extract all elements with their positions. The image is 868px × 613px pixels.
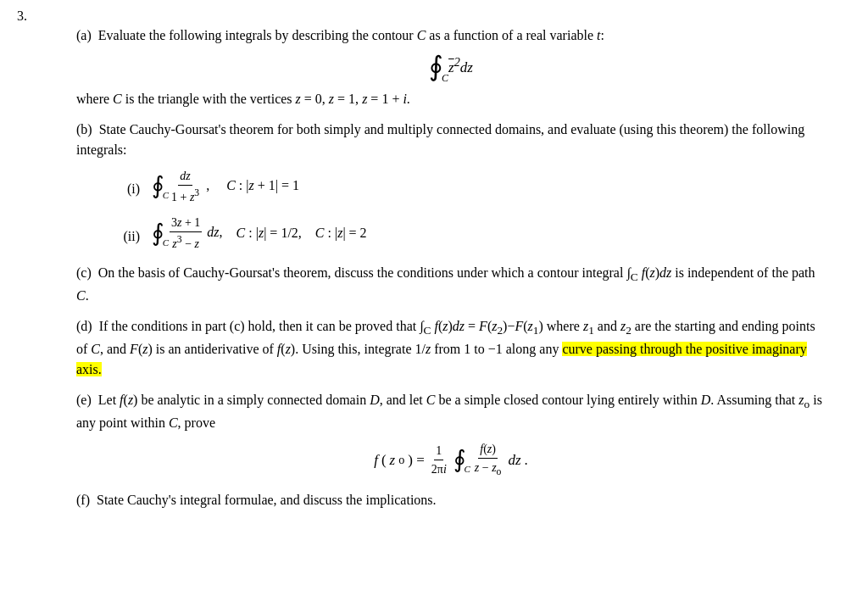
subpart-b-ii: (ii) ∮ C 3z + 1 z3 − z bbox=[110, 214, 826, 253]
contour-label-c: C bbox=[442, 73, 448, 83]
part-d-text: If the conditions in part (c) hold, then… bbox=[76, 319, 815, 376]
part-c: (c) On the basis of Cauchy-Goursat's the… bbox=[76, 263, 826, 306]
frac-3zp1-z3mz: 3z + 1 z3 − z bbox=[170, 214, 202, 253]
part-c-label: (c) bbox=[76, 265, 92, 280]
fraction-i: dz 1 + z3 , bbox=[168, 167, 209, 206]
z-bar: z bbox=[448, 59, 454, 75]
contour-integral-e: ∮ C bbox=[453, 448, 466, 471]
problem-container: 3. (a) Evaluate the following integrals … bbox=[25, 17, 843, 529]
numer-1: 1 bbox=[434, 442, 443, 460]
cauchy-integral-formula: f(zo) = 1 2πi ∮ C f(z) z − zo dz. bbox=[374, 440, 528, 479]
contour-c-i: C bbox=[163, 191, 169, 200]
part-b-label: (b) bbox=[76, 122, 92, 137]
part-a-integral-display: ∮ C z2dz bbox=[76, 53, 826, 82]
denom-z-zo: z − zo bbox=[473, 459, 504, 479]
frac-numer-i: dz bbox=[178, 167, 192, 186]
frac-fz-zmzo: f(z) z − zo bbox=[473, 440, 504, 479]
part-e: (e) Let f(z) be analytic in a simply con… bbox=[76, 390, 826, 479]
part-f: (f) State Cauchy's integral formulae, an… bbox=[76, 490, 826, 510]
subpart-i-content: ∮ C dz 1 + z3 , C : |z + 1| = 1 bbox=[152, 181, 299, 196]
part-a-label: (a) bbox=[76, 28, 92, 42]
fraction-ii-wrap: 3z + 1 z3 − z dz, bbox=[168, 214, 223, 253]
part-a-intro: Evaluate the following integrals by desc… bbox=[98, 28, 604, 42]
part-f-label: (f) bbox=[76, 493, 90, 507]
highlight-curve: curve passing through the positive imagi… bbox=[76, 342, 807, 376]
integrand: z2dz bbox=[448, 53, 473, 78]
subpart-ii-label: (ii) bbox=[110, 226, 140, 247]
subpart-b-i: (i) ∮ C dz 1 + z3 bbox=[110, 167, 826, 206]
part-e-label: (e) bbox=[76, 393, 92, 407]
part-a: (a) Evaluate the following integrals by … bbox=[76, 25, 826, 109]
frac-numer-ii: 3z + 1 bbox=[170, 214, 202, 232]
part-b-intro: State Cauchy-Goursat's theorem for both … bbox=[76, 122, 804, 157]
problem-content: (a) Evaluate the following integrals by … bbox=[76, 25, 826, 510]
part-e-formula: f(zo) = 1 2πi ∮ C f(z) z − zo dz. bbox=[76, 440, 826, 479]
contour-c-ii: C bbox=[163, 238, 169, 248]
condition-ii-1: C : |z| = 1/2, C : |z| = 2 bbox=[236, 223, 367, 243]
denom-2pii: 2πi bbox=[430, 460, 448, 478]
subpart-ii-content: ∮ C 3z + 1 z3 − z dz, C : |z| = 1/2, bbox=[152, 229, 367, 243]
problem-number: 3. bbox=[17, 8, 27, 24]
part-a-where: where C is the triangle with the vertice… bbox=[76, 89, 826, 109]
contour-integral-ii: ∮ C bbox=[152, 221, 164, 245]
subparts-b: (i) ∮ C dz 1 + z3 bbox=[110, 167, 826, 253]
contour-integral-i: ∮ C bbox=[152, 174, 164, 198]
part-c-text: On the basis of Cauchy-Goursat's theorem… bbox=[76, 265, 815, 303]
part-f-text: State Cauchy's integral formulae, and di… bbox=[97, 493, 437, 507]
subpart-i-label: (i) bbox=[110, 179, 140, 199]
frac-denom-i: 1 + z3 bbox=[170, 186, 201, 206]
part-d: (d) If the conditions in part (c) hold, … bbox=[76, 316, 826, 380]
part-b: (b) State Cauchy-Goursat's theorem for b… bbox=[76, 120, 826, 253]
frac-denom-ii: z3 − z bbox=[170, 232, 201, 253]
part-d-label: (d) bbox=[76, 319, 92, 333]
numer-fz: f(z) bbox=[478, 440, 498, 459]
frac-dz-1pz3: dz 1 + z3 bbox=[170, 167, 201, 206]
contour-integral-symbol: ∮ C bbox=[429, 53, 443, 80]
contour-c-e: C bbox=[464, 465, 470, 474]
integral-expression: ∮ C z2dz bbox=[429, 53, 473, 80]
condition-i: C : |z + 1| = 1 bbox=[226, 176, 299, 196]
integral-ii: ∮ C 3z + 1 z3 − z dz, C : |z| = 1/2, bbox=[152, 214, 367, 253]
integral-i: ∮ C dz 1 + z3 , C : |z + 1| = 1 bbox=[152, 167, 299, 206]
part-e-text: Let f(z) be analytic in a simply connect… bbox=[76, 393, 822, 430]
frac-1-2pi-i: 1 2πi bbox=[430, 442, 448, 478]
